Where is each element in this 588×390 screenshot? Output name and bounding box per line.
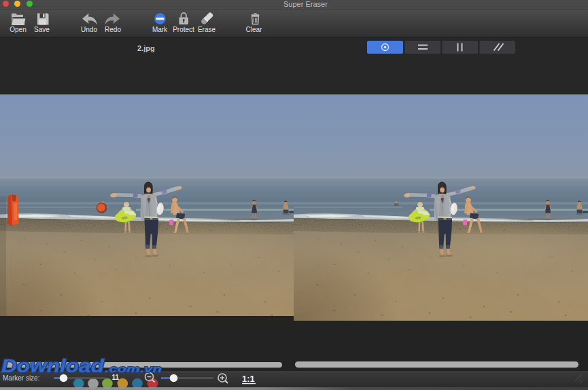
svg-text:Protect: Protect: [173, 26, 194, 33]
svg-text:Save: Save: [34, 26, 50, 33]
svg-text:Clear: Clear: [246, 26, 263, 33]
svg-text:Erase: Erase: [198, 26, 216, 33]
svg-text:Mark: Mark: [152, 26, 168, 33]
svg-text:Open: Open: [10, 26, 26, 33]
svg-text:Download: Download: [1, 355, 105, 376]
svg-text:Redo: Redo: [105, 26, 121, 33]
svg-text:Undo: Undo: [81, 26, 97, 33]
svg-text:1:1: 1:1: [242, 374, 255, 384]
svg-text:.com.vn: .com.vn: [105, 363, 162, 374]
